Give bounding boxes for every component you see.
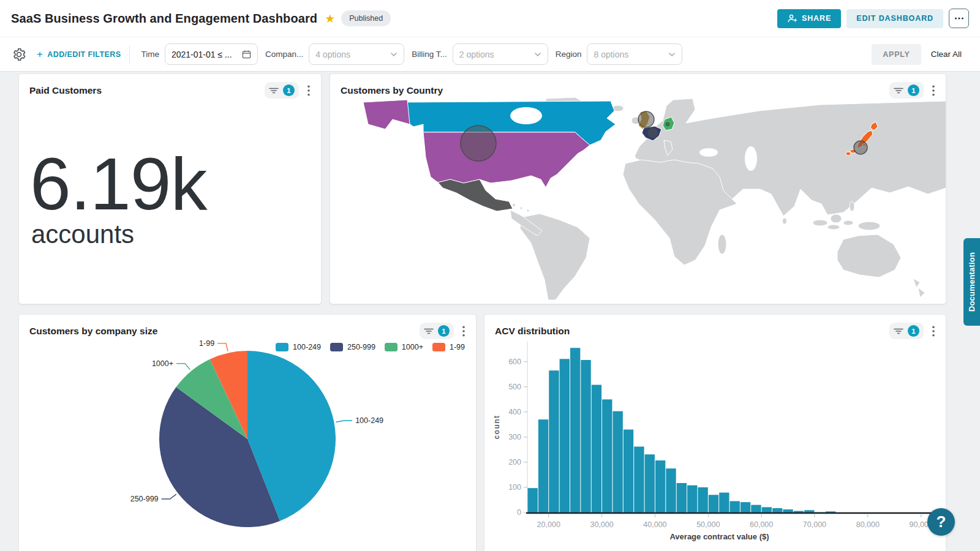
legend-label: 1000+: [402, 343, 423, 351]
axis-tick-label: 40,000: [643, 520, 666, 529]
apply-button[interactable]: APPLY: [872, 44, 921, 65]
dashboard-canvas: Paid Customers 1 6.19k accounts Customer…: [0, 72, 980, 551]
hist-bar: [698, 487, 707, 512]
page-title: SaaS Business Growth and Engagement Dash…: [11, 12, 317, 26]
share-button[interactable]: SHARE: [777, 9, 841, 28]
axis-tick-label: 100: [508, 483, 521, 492]
hist-bar: [741, 502, 750, 512]
legend-label: 100-249: [293, 343, 321, 351]
legend-item-1000+[interactable]: 1000+: [385, 343, 423, 351]
app-header: SaaS Business Growth and Engagement Dash…: [0, 0, 980, 37]
company-filter-select[interactable]: 4 options: [309, 43, 404, 65]
pie-label-250-999: 250-999: [130, 495, 159, 503]
more-menu-button[interactable]: [949, 9, 969, 28]
hist-bar: [655, 460, 665, 512]
legend-item-250-999[interactable]: 250-999: [330, 343, 375, 351]
hist-bar: [602, 399, 612, 512]
axis-tick-label: 80,000: [856, 520, 880, 529]
legend-swatch: [330, 343, 343, 351]
hudson-bay: [510, 107, 542, 124]
chevron-down-icon: [668, 52, 676, 57]
hist-bar: [794, 511, 804, 512]
gear-icon: [12, 48, 26, 61]
y-axis-title: count: [492, 414, 501, 439]
hist-bar: [549, 370, 559, 512]
time-filter-label: Time: [141, 50, 159, 59]
map-marker-germany: [666, 123, 669, 126]
hist-bar: [783, 509, 793, 512]
hist-bar: [528, 488, 538, 512]
country-us-alaska[interactable]: [363, 100, 410, 129]
hist-bar: [687, 485, 697, 512]
single-value-unit: accounts: [31, 220, 134, 249]
hist-bar: [730, 501, 740, 512]
acv-histogram-chart[interactable]: 010020030040050060020,00030,00040,00050,…: [489, 333, 940, 544]
company-filter-label: Compan...: [265, 50, 303, 59]
help-button[interactable]: ?: [927, 508, 955, 536]
hist-bar: [592, 385, 601, 512]
pie-label-1000+: 1000+: [152, 359, 173, 368]
filter-funnel-icon: [269, 86, 279, 95]
divider: [129, 45, 130, 64]
pie-label-1-99: 1-99: [199, 339, 214, 348]
person-add-icon: [787, 13, 797, 23]
axis-tick-label: 50,000: [696, 520, 720, 529]
edit-dashboard-button[interactable]: EDIT DASHBOARD: [846, 9, 943, 28]
axis-tick-label: 70,000: [803, 520, 826, 529]
tile-title: Customers by Country: [341, 85, 889, 96]
axis-tick-label: 30,000: [590, 520, 613, 529]
axis-tick-label: 400: [508, 408, 521, 416]
billing-filter-select[interactable]: 2 options: [453, 43, 548, 65]
tile-filter-chip[interactable]: 1: [265, 82, 299, 99]
hist-bar: [612, 411, 622, 512]
hist-bar: [581, 360, 590, 512]
tile-menu-button[interactable]: [304, 83, 314, 99]
documentation-tab[interactable]: Documentation: [963, 238, 980, 326]
tile-filter-chip[interactable]: 1: [889, 82, 924, 99]
legend-label: 1-99: [450, 343, 465, 351]
world-map-chart[interactable]: [330, 97, 946, 301]
country-united-states[interactable]: [423, 132, 590, 187]
axis-tick-label: 0: [517, 508, 521, 517]
legend-item-100-249[interactable]: 100-249: [276, 343, 321, 351]
map-marker-united-states: [461, 126, 496, 161]
region-filter-label: Region: [556, 50, 582, 59]
filter-count-badge: 1: [908, 84, 919, 96]
clear-all-button[interactable]: Clear All: [931, 50, 962, 59]
axis-tick-label: 600: [508, 358, 521, 366]
axis-tick-label: 500: [508, 383, 521, 391]
filter-settings-button[interactable]: [12, 48, 26, 61]
calendar-icon: [242, 50, 251, 59]
legend-item-1-99[interactable]: 1-99: [432, 343, 465, 351]
hist-bar: [570, 348, 580, 512]
hist-bar: [634, 447, 644, 512]
time-filter-input[interactable]: 2021-01-01 ≤ ...: [165, 43, 258, 65]
hist-bar: [624, 430, 633, 512]
legend-label: 250-999: [347, 343, 375, 351]
x-axis-title: Average contract value ($): [669, 532, 769, 541]
legend-swatch: [385, 343, 398, 351]
hist-bar: [804, 510, 814, 512]
map-marker-france: [648, 128, 658, 138]
chevron-down-icon: [534, 52, 541, 57]
axis-tick-label: 200: [508, 458, 521, 467]
legend-swatch: [276, 343, 288, 351]
favorite-star-icon[interactable]: ★: [325, 12, 335, 26]
plus-icon: +: [37, 48, 43, 61]
map-marker-japan: [854, 141, 867, 154]
single-value: 6.19k: [30, 141, 207, 226]
hist-bar: [751, 505, 761, 512]
tile-menu-button[interactable]: [929, 83, 938, 99]
country-mexico[interactable]: [438, 179, 513, 211]
legend-swatch: [432, 343, 445, 351]
tile-paid-customers: Paid Customers 1 6.19k accounts: [18, 73, 322, 304]
billing-filter-label: Billing T...: [412, 50, 447, 59]
axis-tick-label: 60,000: [750, 520, 773, 529]
region-filter-select[interactable]: 8 options: [587, 43, 682, 65]
tile-title: Paid Customers: [29, 85, 265, 96]
pie-label-100-249: 100-249: [355, 416, 383, 425]
hist-bar: [677, 483, 687, 512]
add-edit-filters-button[interactable]: + ADD/EDIT FILTERS: [37, 48, 121, 61]
filter-count-badge: 1: [283, 84, 295, 96]
hist-bar: [645, 454, 655, 512]
